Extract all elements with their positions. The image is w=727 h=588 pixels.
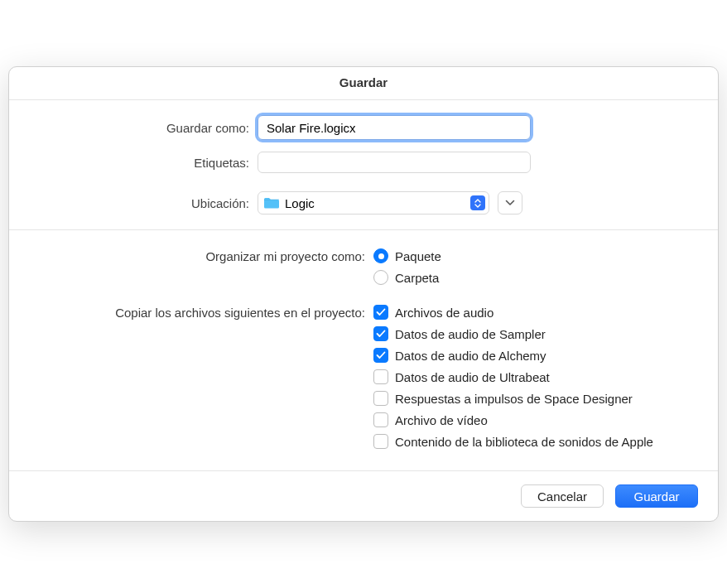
checkbox-label: Datos de audio de Alchemy: [395, 349, 546, 363]
radio-option-paquete[interactable]: Paquete: [373, 248, 718, 263]
expand-browser-button[interactable]: [498, 191, 522, 214]
tags-input[interactable]: [258, 152, 531, 173]
checkbox-alchemy-audio[interactable]: Datos de audio de Alchemy: [373, 348, 718, 363]
save-as-input[interactable]: [258, 115, 531, 140]
checkbox-sampler-audio[interactable]: Datos de audio de Sampler: [373, 326, 718, 341]
checkbox-label: Contenido de la biblioteca de sonidos de…: [395, 435, 653, 449]
chevron-down-icon: [505, 200, 515, 206]
organize-label: Organizar mi proyecto como:: [9, 248, 373, 265]
button-label: Guardar: [633, 489, 679, 504]
cancel-button[interactable]: Cancelar: [521, 484, 604, 508]
checkbox-icon: [373, 434, 388, 449]
checkbox-label: Archivos de audio: [395, 306, 493, 320]
dialog-title: Guardar: [9, 67, 718, 100]
checkbox-label: Respuestas a impulsos de Space Designer: [395, 392, 633, 406]
location-value: Logic: [285, 196, 315, 210]
checkbox-space-designer[interactable]: Respuestas a impulsos de Space Designer: [373, 391, 718, 406]
checkbox-ultrabeat-audio[interactable]: Datos de audio de Ultrabeat: [373, 369, 718, 384]
checkbox-icon: [373, 348, 388, 363]
checkbox-icon: [373, 369, 388, 384]
radio-icon: [373, 248, 388, 263]
checkbox-label: Datos de audio de Sampler: [395, 327, 546, 341]
button-label: Cancelar: [537, 489, 587, 504]
location-label: Ubicación:: [9, 196, 258, 210]
save-button[interactable]: Guardar: [615, 484, 698, 508]
checkbox-label: Datos de audio de Ultrabeat: [395, 370, 550, 384]
checkbox-icon: [373, 391, 388, 406]
save-as-label: Guardar como:: [9, 121, 258, 135]
tags-label: Etiquetas:: [9, 156, 258, 170]
save-dialog: Guardar Guardar como: Etiquetas: Ubicaci…: [8, 66, 719, 522]
folder-icon: [263, 196, 280, 210]
radio-icon: [373, 270, 388, 285]
location-select[interactable]: Logic: [258, 191, 489, 214]
checkbox-apple-sound-library[interactable]: Contenido de la biblioteca de sonidos de…: [373, 434, 718, 449]
checkbox-video-file[interactable]: Archivo de vídeo: [373, 412, 718, 427]
checkbox-icon: [373, 305, 388, 320]
radio-label: Carpeta: [395, 271, 439, 285]
updown-caret-icon: [470, 195, 485, 210]
checkbox-icon: [373, 412, 388, 427]
checkbox-audio-files[interactable]: Archivos de audio: [373, 305, 718, 320]
checkbox-label: Archivo de vídeo: [395, 413, 488, 427]
radio-label: Paquete: [395, 249, 441, 263]
radio-option-carpeta[interactable]: Carpeta: [373, 270, 718, 285]
copy-files-label: Copiar los archivos siguientes en el pro…: [9, 305, 373, 321]
checkbox-icon: [373, 326, 388, 341]
